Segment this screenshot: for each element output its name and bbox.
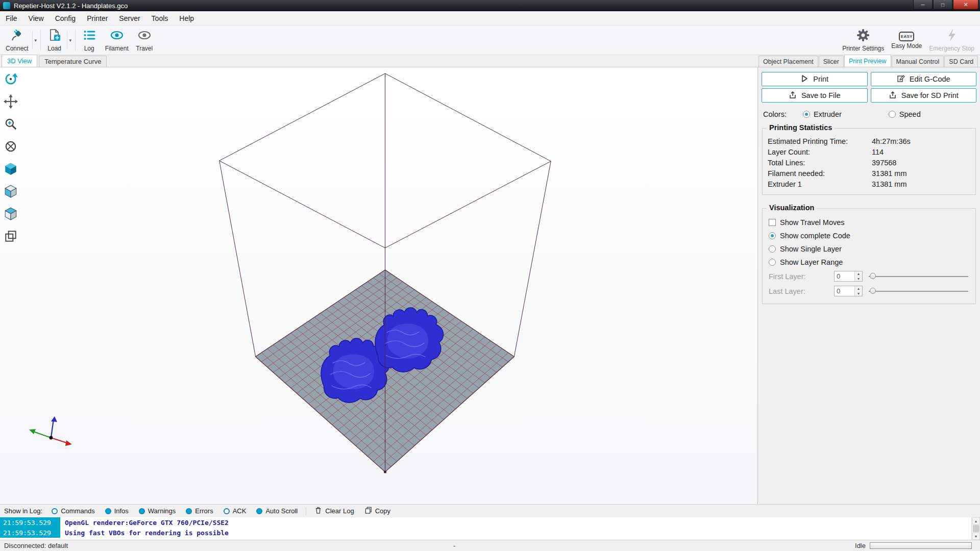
menu-config[interactable]: Config: [50, 11, 81, 25]
first-layer-spinner[interactable]: 0 ▲▼: [834, 271, 863, 282]
close-button[interactable]: ✕: [953, 0, 978, 10]
stat-row: Layer Count:114: [768, 146, 970, 157]
autoscroll-toggle-icon: [256, 508, 262, 514]
stat-row: Extruder 131381 mm: [768, 179, 970, 189]
log-scrollbar[interactable]: ▲ ▼: [971, 517, 980, 540]
log-filter-warnings[interactable]: Warnings: [134, 506, 181, 516]
log-toggle-button[interactable]: Log: [77, 26, 102, 55]
stat-row: Total Lines:397568: [768, 157, 970, 168]
main-toolbar: Connect ▾ Load ▾ Log: [0, 26, 980, 55]
spinner-arrows[interactable]: ▲▼: [854, 271, 862, 281]
center-view-button[interactable]: [1, 137, 20, 156]
printer-settings-button[interactable]: Printer Settings: [839, 26, 888, 55]
show-complete-code-radio[interactable]: [769, 232, 776, 239]
status-bar: Disconnected: default - Idle: [0, 540, 980, 551]
status-center-text: -: [453, 542, 455, 549]
log-filter-infos[interactable]: Infos: [100, 506, 134, 516]
travel-toggle-button[interactable]: Travel: [132, 26, 157, 55]
load-button[interactable]: Load: [42, 26, 67, 55]
show-in-log-label: Show in Log:: [4, 507, 42, 515]
print-button[interactable]: Print: [762, 72, 868, 86]
3d-viewport[interactable]: [0, 67, 758, 504]
show-complete-code-row[interactable]: Show complete Code: [768, 229, 970, 242]
scroll-thumb[interactable]: [973, 525, 979, 532]
ack-toggle-icon: [224, 508, 230, 514]
tab-sd-card[interactable]: SD Card: [944, 56, 978, 67]
filament-toggle-button[interactable]: Filament: [102, 26, 132, 55]
progress-bar: [870, 542, 972, 549]
infos-toggle-icon: [105, 508, 111, 514]
scroll-up-arrow[interactable]: ▲: [972, 517, 980, 524]
scroll-down-arrow[interactable]: ▼: [972, 533, 980, 540]
menu-file[interactable]: File: [0, 11, 23, 25]
visualization-title: Visualization: [767, 204, 817, 212]
load-dropdown[interactable]: ▾: [67, 31, 74, 48]
printing-statistics-title: Printing Statistics: [767, 123, 835, 132]
edit-gcode-button[interactable]: Edit G-Code: [871, 72, 977, 86]
move-view-button[interactable]: [1, 92, 20, 111]
save-to-file-button[interactable]: Save to File: [762, 88, 868, 103]
menu-bar: File View Config Printer Server Tools He…: [0, 11, 980, 26]
show-travel-moves-checkbox[interactable]: [769, 219, 776, 226]
app-icon: [3, 2, 10, 9]
axes-indicator: [29, 416, 72, 446]
colors-label: Colors:: [763, 110, 803, 118]
show-single-layer-radio[interactable]: [769, 245, 776, 253]
copy-log-button[interactable]: Copy: [359, 505, 396, 517]
front-view-button[interactable]: [1, 182, 20, 201]
colors-speed-option[interactable]: Speed: [889, 110, 921, 118]
tab-object-placement[interactable]: Object Placement: [758, 56, 818, 67]
speed-radio[interactable]: [889, 111, 896, 118]
last-layer-slider[interactable]: [869, 286, 968, 296]
tab-temperature-curve[interactable]: Temperature Curve: [39, 56, 107, 67]
slider-thumb[interactable]: [870, 288, 876, 294]
log-filter-errors[interactable]: Errors: [181, 506, 218, 516]
export-icon: [789, 91, 797, 101]
show-layer-range-row[interactable]: Show Layer Range: [768, 256, 970, 269]
lightning-icon: [945, 29, 959, 44]
log-filter-ack[interactable]: ACK: [218, 506, 252, 516]
tab-print-preview[interactable]: Print Preview: [844, 55, 891, 67]
last-layer-spinner[interactable]: 0 ▲▼: [834, 286, 863, 296]
rotate-view-button[interactable]: [1, 69, 20, 89]
slider-thumb[interactable]: [870, 273, 876, 279]
show-layer-range-radio[interactable]: [769, 259, 776, 266]
connect-dropdown[interactable]: ▾: [32, 31, 39, 48]
show-travel-moves-row[interactable]: Show Travel Moves: [768, 216, 970, 229]
menu-tools[interactable]: Tools: [146, 11, 174, 25]
easy-mode-button[interactable]: EASY Easy Mode: [888, 26, 925, 55]
3d-scene[interactable]: [0, 67, 757, 504]
colors-extruder-option[interactable]: Extruder: [803, 110, 842, 118]
tab-3d-view[interactable]: 3D View: [2, 55, 37, 67]
show-single-layer-row[interactable]: Show Single Layer: [768, 242, 970, 256]
play-icon: [800, 74, 808, 84]
parallel-projection-button[interactable]: [1, 227, 20, 246]
tab-slicer[interactable]: Slicer: [819, 56, 844, 67]
minimize-button[interactable]: ─: [913, 0, 933, 10]
menu-view[interactable]: View: [23, 11, 50, 25]
maximize-button[interactable]: □: [933, 0, 952, 10]
menu-help[interactable]: Help: [174, 11, 200, 25]
first-layer-row: First Layer: 0 ▲▼: [768, 269, 970, 284]
log-filter-autoscroll[interactable]: Auto Scroll: [251, 506, 303, 516]
main-area: Print Edit G-Code Save to File Save for …: [0, 67, 980, 504]
window-title: Repetier-Host V2.1.2 - Handplates.gco: [14, 2, 128, 10]
toolbar-separator: [40, 29, 41, 51]
zoom-button[interactable]: [1, 114, 20, 134]
isometric-view-button[interactable]: [1, 159, 20, 179]
clear-log-button[interactable]: Clear Log: [309, 505, 359, 517]
save-for-sd-button[interactable]: Save for SD Print: [871, 88, 977, 103]
tab-row: 3D View Temperature Curve Object Placeme…: [0, 55, 980, 67]
extruder-radio[interactable]: [803, 111, 810, 118]
idle-label: Idle: [855, 542, 866, 549]
first-layer-slider[interactable]: [869, 271, 968, 282]
log-area[interactable]: 21:59:53.529 OpenGL renderer:GeForce GTX…: [0, 517, 980, 540]
menu-printer[interactable]: Printer: [81, 11, 113, 25]
spinner-arrows[interactable]: ▲▼: [854, 286, 862, 296]
menu-server[interactable]: Server: [113, 11, 145, 25]
tab-manual-control[interactable]: Manual Control: [892, 56, 944, 67]
log-toolbar-separator: [306, 507, 306, 515]
log-filter-commands[interactable]: Commands: [46, 506, 100, 516]
connect-button[interactable]: Connect: [2, 26, 32, 55]
top-view-button[interactable]: [1, 204, 20, 223]
